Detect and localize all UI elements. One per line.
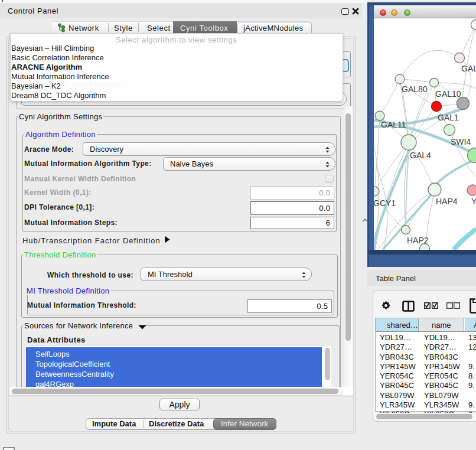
- svg-text:GAL11: GAL11: [381, 120, 406, 129]
- svg-text:GCY1: GCY1: [374, 198, 396, 208]
- svg-text:HAP2: HAP2: [407, 236, 429, 245]
- svg-text:GAL1: GAL1: [438, 113, 459, 122]
- svg-text:HAP4: HAP4: [436, 197, 458, 206]
- svg-text:GAL80: GAL80: [402, 84, 428, 94]
- svg-text:GAL10: GAL10: [435, 89, 461, 99]
- svg-text:Y: Y: [471, 197, 476, 206]
- svg-text:GAL4: GAL4: [410, 151, 431, 160]
- svg-text:SWI4: SWI4: [451, 137, 471, 146]
- svg-text:GAL: GAL: [461, 64, 476, 73]
